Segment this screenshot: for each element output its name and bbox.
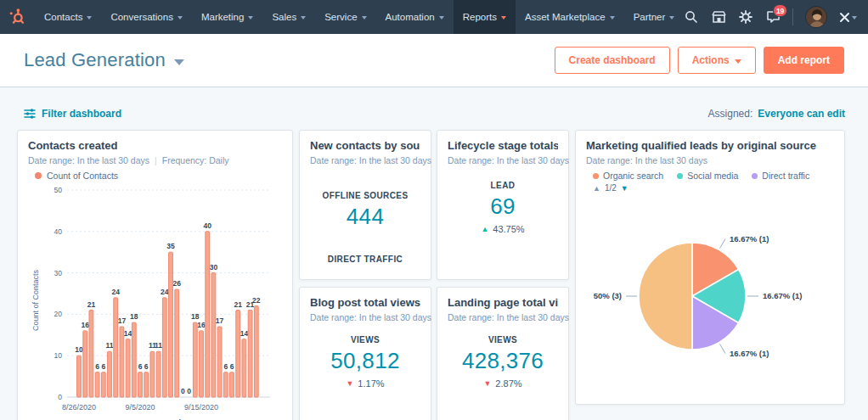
svg-text:22: 22 <box>252 296 261 305</box>
delta-down-icon: ▼ <box>346 379 353 388</box>
svg-text:21: 21 <box>234 300 242 309</box>
dashboard-title-selector[interactable]: Lead Generation <box>24 49 184 71</box>
assigned-status: Assigned:Everyone can edit <box>708 108 845 120</box>
search-icon[interactable] <box>684 9 699 25</box>
nav-item-asset-marketplace[interactable]: Asset Marketplace <box>516 0 624 34</box>
card-meta: Date range: In the last 30 days|Frequenc… <box>28 154 282 166</box>
close-icon <box>839 12 850 23</box>
nav-items: ContactsConversationsMarketingSalesServi… <box>35 0 684 34</box>
secondary-metric-label: DIRECT TRAFFIC <box>310 255 420 264</box>
metric-label: OFFLINE SOURCES <box>322 191 408 200</box>
date-range-label: Date range: In the last 30 days <box>448 154 558 166</box>
marketplace-icon[interactable] <box>711 9 726 25</box>
card-title[interactable]: Landing page total vie... <box>448 296 558 310</box>
card-title[interactable]: Marketing qualified leads by original so… <box>586 139 834 153</box>
legend-dot <box>593 173 599 179</box>
svg-text:16: 16 <box>197 321 206 329</box>
legend-dot <box>752 173 758 179</box>
date-range-label: Date range: In the last 30 days <box>586 154 834 166</box>
nav-item-marketing[interactable]: Marketing <box>192 0 263 34</box>
svg-text:18: 18 <box>191 312 200 321</box>
actions-dropdown-button[interactable]: Actions <box>678 47 756 74</box>
svg-text:6: 6 <box>95 362 99 371</box>
chevron-down-icon <box>852 16 857 20</box>
legend-dot <box>35 172 42 179</box>
svg-text:10: 10 <box>54 351 63 360</box>
settings-gear-icon[interactable] <box>738 9 753 25</box>
svg-text:14: 14 <box>124 329 132 338</box>
metric-body: VIEWS 428,376 ▼ 2.87% <box>448 335 558 389</box>
svg-text:0: 0 <box>187 387 191 395</box>
nav-right-icons: 19 <box>684 0 868 34</box>
svg-text:11: 11 <box>155 341 162 350</box>
card-lifecycle-stage-totals: Lifecycle stage totals Date range: In th… <box>437 130 569 280</box>
metric-body: VIEWS 50,812 ▼ 1.17% <box>310 335 420 389</box>
svg-text:50: 50 <box>54 186 63 194</box>
svg-text:18: 18 <box>130 312 138 321</box>
assigned-label: Assigned: <box>708 108 753 120</box>
legend-page-indicator: 1/2 <box>605 183 617 193</box>
svg-text:24: 24 <box>161 288 169 296</box>
pie-legend-item-social-media[interactable]: Social media <box>677 171 738 181</box>
legend-pager: ▲ 1/2 ▼ <box>593 183 834 193</box>
add-report-button[interactable]: Add report <box>764 47 844 74</box>
contacts-created-bar-chart[interactable]: 0102030405010162166112417141866111124352… <box>28 182 284 420</box>
user-avatar[interactable] <box>805 6 827 28</box>
legend-page-up-icon[interactable]: ▲ <box>593 184 600 193</box>
card-contacts-created: Contacts created Date range: In the last… <box>17 130 293 420</box>
date-range-label: Date range: In the last 30 days <box>310 311 420 323</box>
card-landing-page-total-views: Landing page total vie... Date range: In… <box>437 287 569 420</box>
card-title[interactable]: Lifecycle stage totals <box>448 139 558 153</box>
metric-label: LEAD <box>491 181 516 190</box>
svg-text:50% (3): 50% (3) <box>594 291 622 300</box>
svg-text:6: 6 <box>138 362 143 371</box>
svg-text:16.67% (1): 16.67% (1) <box>730 234 769 244</box>
nav-item-sales[interactable]: Sales <box>262 0 315 34</box>
bar-chart-legend[interactable]: Count of Contacts <box>35 170 282 182</box>
create-dashboard-button[interactable]: Create dashboard <box>555 47 670 74</box>
svg-text:0: 0 <box>58 393 62 401</box>
nav-item-automation[interactable]: Automation <box>376 0 454 34</box>
nav-item-partner[interactable]: Partner <box>624 0 685 34</box>
nav-item-service[interactable]: Service <box>315 0 375 34</box>
svg-text:35: 35 <box>166 242 175 250</box>
svg-text:Count of Contacts: Count of Contacts <box>31 269 40 331</box>
chevron-down-icon <box>439 16 444 20</box>
pie-legend-item-organic-search[interactable]: Organic search <box>593 171 663 181</box>
notifications-icon[interactable]: 19 <box>765 9 781 25</box>
title-caret-icon <box>174 59 184 65</box>
nav-item-reports[interactable]: Reports <box>454 0 516 34</box>
hubspot-logo[interactable] <box>0 0 35 34</box>
frequency-label: Frequency: Daily <box>162 155 229 165</box>
delta-down-icon: ▼ <box>483 379 491 388</box>
nav-item-conversations[interactable]: Conversations <box>101 0 192 34</box>
svg-text:9/15/2020: 9/15/2020 <box>184 403 218 412</box>
card-title[interactable]: New contacts by source <box>310 139 420 153</box>
svg-text:30: 30 <box>54 269 63 277</box>
assigned-permission-link[interactable]: Everyone can edit <box>758 108 845 120</box>
card-title[interactable]: Blog post total views a... <box>310 296 420 310</box>
legend-dot <box>677 173 683 179</box>
mql-pie-chart[interactable]: 16.67% (1)16.67% (1)16.67% (1)50% (3) <box>586 193 836 386</box>
chevron-down-icon <box>301 16 306 20</box>
svg-text:9/5/2020: 9/5/2020 <box>125 403 155 412</box>
legend-page-down-icon[interactable]: ▼ <box>621 184 628 193</box>
metric-value: 444 <box>347 204 384 230</box>
filter-sliders-icon <box>24 109 36 119</box>
chevron-down-icon <box>610 16 615 20</box>
svg-text:6: 6 <box>223 362 228 371</box>
date-range-label: Date range: In the last 30 days <box>310 154 420 166</box>
svg-text:16: 16 <box>81 321 89 329</box>
svg-text:11: 11 <box>106 341 114 350</box>
hubspot-dashboard-screen: ContactsConversationsMarketingSalesServi… <box>0 0 868 420</box>
pie-legend-item-direct-traffic[interactable]: Direct traffic <box>752 171 809 181</box>
card-title[interactable]: Contacts created <box>28 139 282 153</box>
filter-dashboard-button[interactable]: Filter dashboard <box>24 108 121 120</box>
svg-text:30: 30 <box>210 263 218 272</box>
metric-body: LEAD 69 ▲ 43.75% <box>448 181 558 234</box>
metric-body: OFFLINE SOURCES 444 <box>310 191 420 230</box>
close-preview-button[interactable] <box>839 12 857 23</box>
nav-item-contacts[interactable]: Contacts <box>35 0 101 34</box>
delta-value: 2.87% <box>495 378 521 389</box>
pie-legend: Organic searchSocial mediaDirect traffic <box>593 171 834 181</box>
